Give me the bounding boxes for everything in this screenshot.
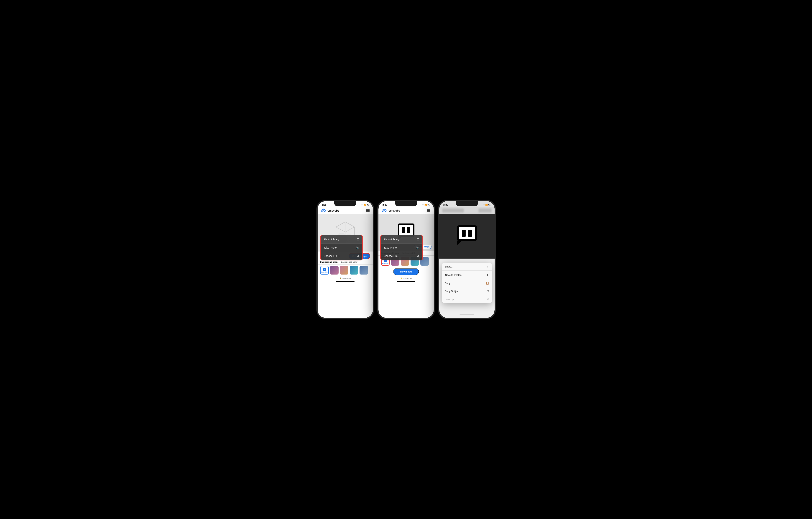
logo-icon-2 [382,209,387,213]
dropdown-photo-library-1[interactable]: Photo Library 🖼 [321,235,362,244]
plus-icon-1: + [323,268,326,271]
time-2: 3:39 [382,203,387,206]
twitch-preview-2: Change Image Photo Library 🖼 Take Photo … [378,214,434,251]
time-1: 3:38 [322,203,326,206]
phone-2-screen: 3:39 ··· 📶 91 removebg [378,201,434,318]
select-file-thumb-1[interactable]: + Select File [320,266,329,275]
dropdown-take-photo-1[interactable]: Take Photo 📷 [321,244,362,252]
phone-1: 3:38 ··· 📶 91 removebg [317,200,374,319]
url-bar-1: 🔒 remove.bg [340,277,351,279]
time-3: 3:39 [443,203,448,206]
wifi-icon-1: 📶 [364,204,366,206]
svg-rect-14 [402,227,405,233]
svg-rect-15 [407,227,410,233]
home-indicator-2 [397,281,415,282]
twitch-preview-3 [439,214,495,258]
dropdown-take-photo-2[interactable]: Take Photo 📷 [381,244,423,252]
bg-thumb-4[interactable] [359,266,368,275]
phone-2: 3:39 ··· 📶 91 removebg [377,200,435,319]
svg-rect-17 [459,227,475,239]
tabs-1: Background Image Background Color [318,261,373,265]
dropdown-photo-library-2[interactable]: Photo Library 🖼 [381,235,423,244]
dropdown-item-label-2: Take Photo [324,246,337,249]
svg-rect-20 [468,230,472,237]
blurred-header-3: remove bg ··· [439,207,495,214]
dropdown-item-label-tp-2: Take Photo [384,246,397,249]
copy-item-3[interactable]: Copy 📋 [442,279,492,287]
status-bar-3: 3:39 ··· 📶 91 [439,201,495,207]
bg-images-1: + Select File [318,265,373,276]
navbar-1: removebg [318,207,373,214]
take-photo-icon-2: 📷 [416,246,419,249]
scene: 3:38 ··· 📶 91 removebg [313,194,499,325]
bottom-bar-1: 🔒 remove.bg [318,276,373,281]
url-text-1: remove.bg [342,277,351,279]
phone-3: 3:39 ··· 📶 91 remove bg ··· [438,200,496,319]
dropdown-item-label-3: Choose File [324,254,338,257]
dropdown-choose-file-2[interactable]: Choose File 🗂 [381,252,423,260]
status-icons-2: ··· 📶 91 [422,204,430,206]
blurred-text-3: remove bg [442,209,464,213]
home-area-2 [378,281,434,284]
choose-file-icon-1: 🗂 [356,254,359,257]
signal-icon-3: ··· [483,204,485,206]
look-up-label-3: Look Up [445,298,454,301]
battery-icon-3: 91 [488,204,490,206]
blurred-text-3b: ··· [478,209,491,213]
copy-icon-3: 📋 [486,281,489,284]
battery-icon-1: 91 [367,204,369,206]
save-label-3: Save to Photos [445,274,462,276]
svg-line-4 [345,227,354,232]
lock-icon-2: 🔒 [400,277,402,279]
logo-2: removebg [382,209,400,213]
status-bar-1: 3:38 ··· 📶 91 [318,201,373,207]
dropdown-2: Photo Library 🖼 Take Photo 📷 Choose File… [380,235,423,261]
bottom-bar-2: 🔒 remove.bg [378,276,434,281]
tab-background-image-1[interactable]: Background Image [320,261,339,264]
logo-text-1: removebg [327,209,340,212]
share-label-3: Share... [445,265,454,268]
download-button-2[interactable]: Download [393,268,419,275]
copy-subject-label-3: Copy Subject [445,290,459,293]
svg-rect-12 [399,225,413,235]
photo-library-icon-1: 🖼 [356,238,359,241]
ios-share-menu-3: Share... ⬆ Save to Photos ⬆ Copy 📋 Copy … [442,263,492,303]
url-bar-2: 🔒 remove.bg [400,277,412,279]
twitch-logo-3 [455,224,479,248]
select-file-label-1: Select File [321,271,328,273]
image-preview-1: Photo Library 🖼 Take Photo 📷 Choose File… [318,214,373,251]
look-up-item-3[interactable]: Look Up ↺ [442,295,492,303]
bg-thumb-2[interactable] [340,266,348,275]
tab-background-color-1[interactable]: Background Color [341,261,357,264]
dropdown-item-label-cf-2: Choose File [384,254,398,257]
photo-library-icon-2: 🖼 [417,238,419,241]
dropdown-choose-file-1[interactable]: Choose File 🗂 [321,252,362,260]
home-indicator-1 [336,281,354,282]
save-icon-3: ⬆ [486,273,489,276]
logo-1: removebg [321,209,340,213]
take-photo-icon-1: 📷 [356,246,359,249]
share-menu-item-3[interactable]: Share... ⬆ [442,263,492,271]
svg-marker-18 [457,241,461,245]
home-indicator-3 [460,315,474,315]
look-up-icon-3: ↺ [487,298,489,301]
svg-rect-19 [462,230,466,237]
bg-thumb-1[interactable] [330,266,339,275]
copy-label-3: Copy [445,282,451,284]
bg-thumb-3[interactable] [350,266,358,275]
hamburger-2[interactable] [427,209,430,212]
copy-subject-item-3[interactable]: Copy Subject ⊡ [442,287,492,295]
home-area-1 [318,281,373,284]
save-to-photos-item-3[interactable]: Save to Photos ⬆ [442,271,492,279]
copy-subject-icon-3: ⊡ [487,290,489,293]
home-area-3 [460,315,474,315]
hamburger-1[interactable] [366,209,370,212]
logo-text-2: removebg [388,209,400,212]
status-icons-3: ··· 📶 91 [483,204,490,206]
choose-file-icon-2: 🗂 [417,254,419,257]
phone-1-screen: 3:38 ··· 📶 91 removebg [318,201,373,318]
battery-icon-2: 91 [428,204,430,206]
select-file-label-2: Select File [382,263,388,264]
signal-icon-1: ··· [361,204,363,206]
svg-line-5 [336,227,345,232]
